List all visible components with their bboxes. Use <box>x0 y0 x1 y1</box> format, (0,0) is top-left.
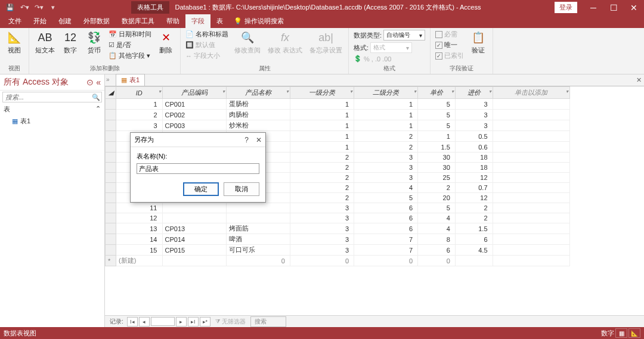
comma-format-icon[interactable]: , <box>371 55 373 63</box>
cell-code[interactable] <box>162 203 226 213</box>
cell-add[interactable] <box>493 234 569 245</box>
cell-add[interactable] <box>493 183 569 193</box>
cell-code[interactable]: CP015 <box>162 245 226 256</box>
default-value-button[interactable]: 🔲默认值 <box>184 40 230 50</box>
row-selector[interactable] <box>106 131 116 142</box>
row-selector[interactable] <box>106 213 116 223</box>
validation-button[interactable]: 📋验证 <box>467 29 489 56</box>
maximize-button[interactable]: ☐ <box>603 0 624 15</box>
cell-price[interactable]: 5 <box>418 110 456 120</box>
cell-cat1[interactable]: 3 <box>290 223 354 234</box>
cell-cat2[interactable]: 5 <box>354 193 418 203</box>
cell-price[interactable]: 1 <box>418 131 456 142</box>
cell-add[interactable] <box>493 99 569 110</box>
row-selector[interactable] <box>106 99 116 110</box>
cell-cat2[interactable]: 2 <box>354 131 418 142</box>
table-row[interactable]: 11 3 6 5 2 <box>106 203 570 213</box>
unique-checkbox[interactable]: ✓唯一 <box>434 40 465 50</box>
help-button[interactable]: ? <box>244 136 249 144</box>
table-row[interactable]: 3 CP003 炒米粉 1 1 5 3 <box>106 120 570 131</box>
short-text-button[interactable]: AB短文本 <box>33 29 57 56</box>
table-row[interactable]: 12 3 6 4 2 <box>106 213 570 223</box>
cell-cost[interactable]: 3 <box>455 99 493 110</box>
cell-price[interactable]: 30 <box>418 153 456 163</box>
cell-cat2[interactable]: 6 <box>354 203 418 213</box>
cell-cat1[interactable]: 2 <box>290 183 354 193</box>
cell-cat1[interactable]: 2 <box>290 173 354 183</box>
row-selector[interactable] <box>106 245 116 256</box>
dialog-close-button[interactable]: ✕ <box>256 136 262 144</box>
cell-cat2[interactable]: 6 <box>354 223 418 234</box>
cell-cat1[interactable]: 3 <box>290 245 354 256</box>
login-button[interactable]: 登录 <box>555 2 577 13</box>
cell-cost[interactable]: 18 <box>455 153 493 163</box>
row-selector[interactable] <box>106 142 116 153</box>
nav-header[interactable]: 所有 Access 对象 ⊙ « <box>0 74 104 91</box>
cell-cat1[interactable]: 3 <box>290 234 354 245</box>
view-button[interactable]: 📐 视图 <box>4 29 25 56</box>
increase-decimal-icon[interactable]: .0 <box>375 55 380 63</box>
new-row[interactable]: * (新建) 0 00 0 <box>106 256 570 266</box>
data-type-dropdown[interactable]: 自动编号▾ <box>383 30 425 41</box>
tab-file[interactable]: 文件 <box>2 14 27 28</box>
cell-id[interactable]: 14 <box>116 234 163 245</box>
cell-name[interactable]: 可口可乐 <box>226 245 290 256</box>
cell-cost[interactable]: 18 <box>455 163 493 173</box>
required-checkbox[interactable]: 必需 <box>434 29 465 39</box>
row-selector[interactable] <box>106 193 116 203</box>
cell-new[interactable]: (新建) <box>116 256 163 266</box>
percent-format-icon[interactable]: % <box>364 55 370 63</box>
cell-price[interactable]: 2 <box>418 183 456 193</box>
cell-name[interactable]: 蛋肠粉 <box>226 99 290 110</box>
cell-cat1[interactable]: 1 <box>290 110 354 120</box>
new-record-button[interactable]: ▸* <box>200 317 210 326</box>
search-icon[interactable]: 🔍 <box>91 92 101 102</box>
cell-cat2[interactable]: 1 <box>354 99 418 110</box>
row-selector[interactable] <box>106 120 116 131</box>
cell-price[interactable]: 4 <box>418 223 456 234</box>
tab-help[interactable]: 帮助 <box>160 14 185 28</box>
cell-add[interactable] <box>493 110 569 120</box>
cell-add[interactable] <box>493 120 569 131</box>
cell-price[interactable]: 25 <box>418 173 456 183</box>
cell-cat1[interactable]: 2 <box>290 193 354 203</box>
cancel-button[interactable]: 取消 <box>224 182 259 196</box>
delete-button[interactable]: ✕删除 <box>155 29 177 56</box>
field-size-button[interactable]: ↔字段大小 <box>184 51 230 61</box>
cell-cost[interactable]: 12 <box>455 173 493 183</box>
cell-price[interactable]: 5 <box>418 120 456 131</box>
row-selector[interactable]: * <box>106 256 116 266</box>
nav-toggle-icon[interactable]: » <box>106 76 110 83</box>
cell-id[interactable]: 12 <box>116 213 163 223</box>
tab-database-tools[interactable]: 数据库工具 <box>116 14 160 28</box>
cell-cat2[interactable]: 1 <box>354 110 418 120</box>
row-selector[interactable] <box>106 173 116 183</box>
cell-add[interactable] <box>493 193 569 203</box>
record-position-input[interactable] <box>151 317 175 326</box>
cell-cost[interactable]: 0.6 <box>455 142 493 153</box>
recnav-search[interactable]: 搜索 <box>250 316 286 327</box>
cell-cost[interactable]: 1.5 <box>455 223 493 234</box>
cell-cost[interactable]: 4.5 <box>455 245 493 256</box>
row-selector[interactable] <box>106 203 116 213</box>
cell-id[interactable]: 13 <box>116 223 163 234</box>
cell-name[interactable]: 啤酒 <box>226 234 290 245</box>
cell-cat1[interactable]: 1 <box>290 142 354 153</box>
save-icon[interactable]: 💾 <box>4 2 17 14</box>
cell-id[interactable]: 2 <box>116 110 163 120</box>
cell-name[interactable]: 烤面筋 <box>226 223 290 234</box>
col-id[interactable]: ID▾ <box>116 87 163 99</box>
cell-price[interactable]: 20 <box>418 193 456 203</box>
cell-add[interactable] <box>493 153 569 163</box>
last-record-button[interactable]: ▸I <box>188 317 199 326</box>
design-view-button[interactable]: 📐 <box>628 328 640 338</box>
row-selector[interactable] <box>106 183 116 193</box>
number-button[interactable]: 12数字 <box>60 29 81 56</box>
nav-group-tables[interactable]: 表 ⌃ <box>0 104 104 115</box>
cell-cat1[interactable]: 1 <box>290 131 354 142</box>
cell-cat2[interactable]: 6 <box>354 213 418 223</box>
cell-add[interactable] <box>493 131 569 142</box>
cell-add[interactable] <box>493 223 569 234</box>
row-selector[interactable] <box>106 153 116 163</box>
cell-cost[interactable]: 3 <box>455 120 493 131</box>
